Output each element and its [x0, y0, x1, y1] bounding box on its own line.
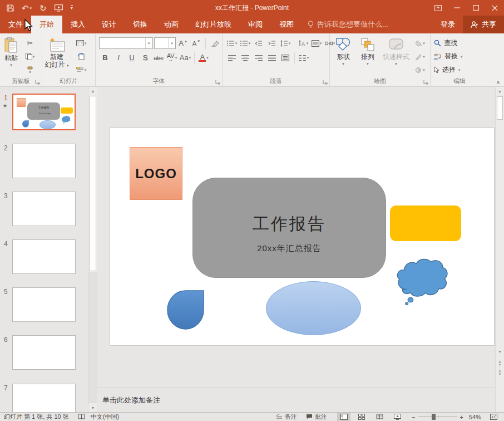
share-button[interactable]: 共享: [463, 16, 504, 33]
font-size-combo[interactable]: ▾: [154, 37, 176, 49]
tab-home[interactable]: 开始: [31, 16, 62, 33]
decrease-indent-button[interactable]: [253, 37, 265, 49]
tab-review[interactable]: 审阅: [240, 16, 271, 33]
main-scrollbar-thumb[interactable]: [497, 96, 503, 120]
comments-toggle-button[interactable]: 批注: [306, 413, 327, 421]
notes-pane[interactable]: 单击此处添加备注: [97, 388, 495, 412]
logo-shape[interactable]: LOGO: [130, 147, 182, 200]
start-from-beginning-button[interactable]: [55, 4, 63, 12]
quick-styles-button[interactable]: 快速样式 ▾: [380, 35, 412, 77]
main-vertical-scrollbar[interactable]: ▲ ▼ ▲▲ ▼▼: [495, 87, 504, 412]
shapes-button[interactable]: 形状 ▾: [331, 35, 355, 77]
tab-animations[interactable]: 动画: [156, 16, 187, 33]
minimize-button[interactable]: [447, 0, 466, 16]
bullets-button[interactable]: ▾: [226, 37, 238, 49]
maximize-button[interactable]: [466, 0, 485, 16]
arrange-button[interactable]: 排列 ▾: [355, 35, 380, 77]
customize-qat-button[interactable]: ▾: [71, 5, 73, 11]
scroll-down-icon[interactable]: ▼: [496, 347, 504, 356]
align-text-button[interactable]: ▾: [310, 37, 323, 49]
align-right-button[interactable]: [253, 52, 265, 63]
reading-view-button[interactable]: [373, 413, 386, 421]
text-direction-button[interactable]: A▾: [297, 37, 309, 49]
ribbon-display-options-button[interactable]: [428, 0, 447, 16]
close-button[interactable]: [485, 0, 504, 16]
new-slide-button[interactable]: 新建 幻灯片 ▾: [43, 35, 70, 77]
tab-view[interactable]: 视图: [271, 16, 302, 33]
zoom-level[interactable]: 54%: [469, 414, 481, 420]
scroll-up-icon[interactable]: ▲: [88, 87, 97, 95]
slide-sorter-view-button[interactable]: [355, 413, 368, 421]
language-indicator[interactable]: 中文(中国): [91, 413, 119, 421]
collapse-ribbon-button[interactable]: ∧: [496, 79, 500, 85]
tab-slideshow[interactable]: 幻灯片放映: [187, 16, 240, 33]
drawing-dialog-launcher[interactable]: [423, 80, 428, 85]
align-center-button[interactable]: [239, 52, 251, 63]
text-shadow-button[interactable]: S: [139, 52, 151, 63]
strikethrough-button[interactable]: abc: [152, 52, 165, 63]
copy-button[interactable]: ▾: [21, 51, 39, 62]
italic-button[interactable]: I: [112, 52, 125, 63]
zoom-slider-thumb[interactable]: [432, 414, 436, 420]
zoom-in-button[interactable]: +: [460, 414, 463, 420]
previous-slide-button[interactable]: ▲▲: [496, 359, 504, 368]
teardrop-shape[interactable]: [167, 290, 205, 331]
tab-file[interactable]: 文件: [0, 16, 31, 33]
clear-formatting-button[interactable]: [209, 37, 221, 49]
notes-toggle-button[interactable]: 备注: [276, 413, 297, 421]
tab-transitions[interactable]: 切换: [125, 16, 156, 33]
thumbnail-scrollbar-thumb[interactable]: [90, 96, 96, 271]
format-painter-button[interactable]: [21, 64, 39, 76]
normal-view-button[interactable]: [337, 413, 350, 421]
numbering-button[interactable]: ▾: [239, 37, 251, 49]
tab-design[interactable]: 设计: [93, 16, 125, 33]
next-slide-button[interactable]: ▼▼: [496, 369, 504, 378]
bold-button[interactable]: B: [99, 52, 111, 63]
ellipse-shape[interactable]: [266, 281, 361, 335]
cut-button[interactable]: ✂: [21, 37, 39, 49]
shape-outline-button[interactable]: ▾: [412, 51, 428, 62]
justify-button[interactable]: [266, 52, 278, 63]
scroll-down-icon[interactable]: ▼: [88, 404, 97, 412]
shape-effects-button[interactable]: ▾: [412, 64, 428, 76]
spell-check-button[interactable]: [78, 414, 85, 420]
undo-button[interactable]: ↶▾: [22, 4, 32, 12]
line-spacing-button[interactable]: ▾: [279, 37, 291, 49]
increase-indent-button[interactable]: [266, 37, 278, 49]
clipboard-dialog-launcher[interactable]: [35, 80, 40, 85]
columns-button[interactable]: ▾: [298, 52, 310, 63]
font-dialog-launcher[interactable]: [215, 80, 220, 85]
slide-1-editing-surface[interactable]: LOGO 工作报告 20xx年汇总报告: [110, 128, 495, 346]
thumbnail-scrollbar[interactable]: ▲ ▼: [88, 87, 97, 412]
shape-fill-button[interactable]: ▾: [412, 37, 428, 49]
find-button[interactable]: 查找: [432, 37, 487, 49]
layout-button[interactable]: ▾: [70, 37, 92, 49]
paste-button[interactable]: 粘贴 ▾: [1, 35, 21, 77]
select-button[interactable]: 选择 ▾: [432, 64, 487, 76]
increase-font-size-button[interactable]: A▲: [177, 37, 189, 49]
underline-button[interactable]: U: [126, 52, 138, 63]
change-case-button[interactable]: Aa▾: [179, 52, 191, 63]
tell-me-box[interactable]: 告诉我您想要做什么...: [308, 16, 388, 33]
slideshow-view-button[interactable]: [391, 413, 404, 421]
title-rounded-rectangle-shape[interactable]: 工作报告 20xx年汇总报告: [192, 178, 386, 278]
save-button[interactable]: [7, 4, 14, 12]
reset-slide-button[interactable]: [70, 51, 92, 62]
character-spacing-button[interactable]: AV↔ ▾: [166, 52, 178, 63]
zoom-out-button[interactable]: −: [412, 414, 415, 420]
replace-button[interactable]: abac 替换 ▾: [432, 51, 487, 62]
yellow-rounded-rectangle-shape[interactable]: [390, 205, 461, 241]
paragraph-dialog-launcher[interactable]: [323, 80, 328, 85]
tab-insert[interactable]: 插入: [62, 16, 93, 33]
font-color-button[interactable]: A ▾: [197, 52, 210, 63]
font-name-combo[interactable]: ▾: [99, 37, 153, 49]
zoom-slider[interactable]: [418, 413, 457, 421]
section-button[interactable]: ▾: [70, 64, 92, 76]
scroll-up-icon[interactable]: ▲: [496, 87, 504, 95]
align-left-button[interactable]: [226, 52, 238, 63]
fit-slide-to-window-button[interactable]: [487, 413, 500, 421]
decrease-font-size-button[interactable]: A▼: [190, 37, 202, 49]
distribute-text-button[interactable]: [279, 52, 291, 63]
cloud-callout-shape[interactable]: [394, 256, 450, 306]
repeat-button[interactable]: ↻: [39, 4, 47, 12]
